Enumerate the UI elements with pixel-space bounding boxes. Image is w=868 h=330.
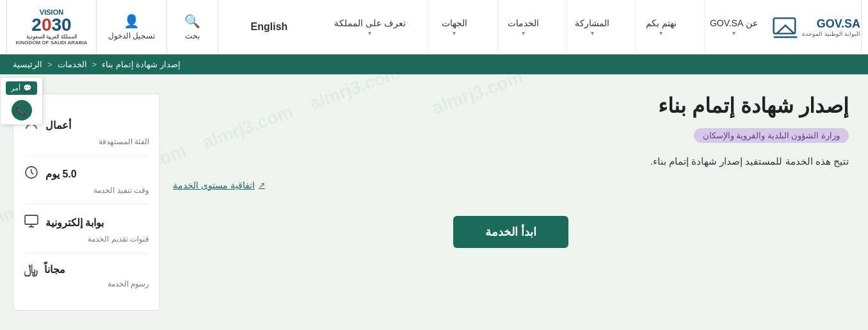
nav-item-kingdom[interactable]: تعرف على المملكة ▾ — [329, 0, 411, 54]
logo-subtitle: المملكة العربية السعوديةKINGDOM OF SAUDI… — [15, 34, 87, 45]
logo-year: 2030 — [31, 16, 71, 34]
chevron-down-icon: ▾ — [522, 29, 525, 37]
sidebar-fee-label: رسوم الخدمة — [24, 279, 149, 288]
chevron-down-icon: ▾ — [659, 29, 663, 37]
nav-item-entities-label: الجهات — [442, 18, 467, 28]
chevron-down-icon: ▾ — [732, 29, 735, 37]
chat-button[interactable]: 💬 أمر — [6, 81, 37, 95]
monitor-icon — [24, 213, 39, 232]
nav-item-care[interactable]: نهتم بكم ▾ — [635, 0, 686, 54]
nav-item-services[interactable]: الخدمات ▾ — [497, 0, 549, 54]
breadcrumb-services[interactable]: الخدمات — [58, 60, 87, 69]
breadcrumb-sep-2: < — [92, 60, 97, 69]
chevron-down-icon: ▾ — [591, 29, 594, 37]
navbar: GOV.SA البوابة الوطنية الموحدة عن GOV.SA… — [0, 0, 868, 54]
user-icon: 👤 — [124, 13, 140, 29]
service-title: إصدار شهادة إتمام بناء — [173, 94, 849, 118]
govsa-icon — [773, 14, 798, 40]
sidebar-item-channel: بوابة إلكترونية قنوات تقديم الخدمة — [24, 204, 149, 253]
chat-widget: 💬 أمر 📞 — [0, 77, 43, 125]
watermark-text-3: almrj3.com — [401, 74, 524, 90]
vision-logo: VISION 2030 المملكة العربية السعوديةKING… — [6, 0, 96, 54]
login-button[interactable]: 👤 تسجيل الدخول — [96, 0, 166, 54]
sidebar-target-value: أعمال — [45, 119, 71, 131]
nav-item-about-govsa-label: عن GOV.SA — [710, 18, 758, 28]
svg-rect-4 — [25, 215, 38, 224]
nav-items: عن GOV.SA ▾ نهتم بكم ▾ المشاركة ▾ الخدما… — [320, 0, 772, 54]
nav-item-entities[interactable]: الجهات ▾ — [428, 0, 479, 54]
chat-icon: 💬 — [23, 84, 32, 92]
sidebar-channel-value: بوابة إلكترونية — [45, 217, 104, 229]
search-label: بحث — [185, 31, 200, 40]
breadcrumb-home[interactable]: الرئيسية — [13, 60, 42, 69]
sidebar-channel-label: قنوات تقديم الخدمة — [24, 235, 149, 243]
sidebar-fee-value: مجاناً — [44, 263, 65, 276]
breadcrumb-sep-1: < — [47, 60, 52, 69]
service-description: تتيح هذه الخدمة للمستفيد إصدار شهادة إتم… — [173, 153, 849, 170]
riyal-icon: ﷼ — [24, 262, 38, 277]
external-link-icon: ↗ — [259, 181, 265, 190]
sidebar-item-fee: مجاناً ﷼ رسوم الخدمة — [24, 253, 149, 297]
phone-icon: 📞 — [15, 104, 28, 117]
chat-label: أمر — [11, 84, 20, 92]
sidebar-time-value: 5.0 يوم — [45, 168, 77, 180]
search-button[interactable]: 🔍 بحث — [166, 0, 218, 54]
ministry-badge: وزارة الشؤون البلدية والقروية والإسكان — [694, 128, 849, 143]
sidebar-target-label: الفئة المستهدفة — [24, 137, 149, 146]
sidebar: أعمال الفئة المستهدفة 5.0 يوم — [13, 94, 160, 311]
service-level-link[interactable]: ↗ اتفاقية مستوى الخدمة — [173, 180, 849, 190]
phone-button[interactable]: 📞 — [12, 100, 32, 120]
breadcrumb-current: إصدار شهادة إتمام بناء — [102, 60, 181, 69]
nav-item-participation[interactable]: المشاركة ▾ — [567, 0, 618, 54]
nav-item-kingdom-label: تعرف على المملكة — [334, 18, 406, 28]
sidebar-item-time: 5.0 يوم وقت تنفيذ الخدمة — [24, 156, 149, 204]
clock-icon — [24, 165, 39, 183]
language-switcher[interactable]: English — [218, 0, 320, 54]
start-service-button[interactable]: ابدأ الخدمة — [453, 216, 568, 248]
nav-item-services-label: الخدمات — [508, 18, 539, 28]
chevron-down-icon: ▾ — [453, 29, 456, 37]
breadcrumb: إصدار شهادة إتمام بناء < الخدمات < الرئي… — [0, 54, 868, 74]
nav-item-about-govsa[interactable]: عن GOV.SA ▾ — [704, 0, 763, 54]
nav-item-participation-label: المشاركة — [575, 18, 609, 28]
watermark-text-11: almrj3.com — [523, 74, 646, 95]
chevron-down-icon: ▾ — [368, 29, 371, 37]
service-info: إصدار شهادة إتمام بناء وزارة الشؤون البل… — [173, 94, 855, 311]
english-label: English — [251, 21, 288, 33]
govsa-logo-area: GOV.SA البوابة الوطنية الموحدة — [772, 0, 862, 54]
search-icon: 🔍 — [184, 13, 200, 29]
main-content: almrj3.com almrj3.com almrj3.com almrj3.… — [0, 74, 868, 330]
nav-item-care-label: نهتم بكم — [646, 18, 677, 28]
start-button-area: ابدأ الخدمة — [173, 216, 849, 248]
login-label: تسجيل الدخول — [108, 31, 155, 40]
govsa-text: GOV.SA — [802, 17, 860, 31]
govsa-subtext: البوابة الوطنية الموحدة — [802, 31, 860, 37]
service-level-label: اتفاقية مستوى الخدمة — [173, 180, 255, 190]
sidebar-time-label: وقت تنفيذ الخدمة — [24, 186, 149, 195]
